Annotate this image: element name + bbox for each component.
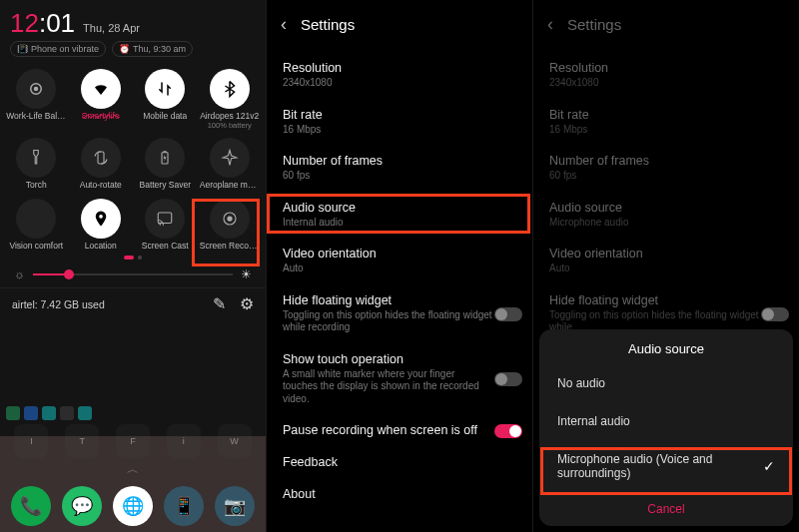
setting-title: Pause recording when screen is off <box>283 423 516 437</box>
settings-title: Settings <box>301 16 355 33</box>
dock-app[interactable]: 🌐 <box>113 486 153 526</box>
notification-tray-icons <box>6 406 92 420</box>
setting-row: Resolution2340x1080 <box>533 53 799 100</box>
setting-title: Hide floating widget <box>283 293 516 307</box>
qs-tile-night[interactable]: Work-Life Balance <box>4 65 69 130</box>
settings-panel: ‹ Settings Resolution2340x1080Bit rate16… <box>266 0 532 532</box>
qs-tile-location[interactable]: Location <box>69 195 134 251</box>
qs-tile-mobiledata[interactable]: Mobile data <box>133 65 198 130</box>
setting-row[interactable]: Bit rate16 Mbps <box>267 100 532 147</box>
dialog-option[interactable]: No audio <box>539 364 793 402</box>
qs-tile-battery[interactable]: Battery Saver <box>133 134 198 190</box>
cast-icon <box>145 199 185 239</box>
qs-tile-airplane[interactable]: Aeroplane mode <box>198 134 263 190</box>
app-drawer-handle[interactable]: ︿ <box>127 461 139 478</box>
dock-app[interactable]: 📷 <box>215 486 255 526</box>
setting-row[interactable]: Number of frames60 fps <box>267 146 532 193</box>
setting-title: Number of frames <box>549 154 783 168</box>
setting-title: Number of frames <box>283 154 516 168</box>
qs-tile-moon[interactable]: Vision comfort <box>4 195 69 251</box>
settings-panel-with-dialog: ‹ Settings Resolution2340x1080Bit rate16… <box>532 0 799 532</box>
dock-app[interactable]: 📞 <box>11 486 51 526</box>
toggle-switch[interactable] <box>494 307 522 321</box>
qs-tile-torch[interactable]: Torch <box>4 134 69 190</box>
brightness-row: ☼ ☀ <box>0 264 266 285</box>
settings-title: Settings <box>567 16 621 33</box>
setting-row[interactable]: Video orientationAuto <box>267 239 532 285</box>
qs-tile-cast[interactable]: Screen Cast <box>133 195 198 251</box>
toggle-switch[interactable] <box>494 424 522 438</box>
status-chip[interactable]: 📳Phone on vibrate <box>10 41 106 57</box>
toggle-switch <box>761 307 789 321</box>
bluetooth-icon <box>210 69 250 109</box>
dialog-option-label: Microphone audio (Voice and surroundings… <box>557 452 757 480</box>
homescreen-app[interactable]: T <box>65 424 99 458</box>
data-usage-row: airtel: 7.42 GB used ✎ ⚙ <box>0 287 266 323</box>
setting-subtitle: Toggling on this option hides the floati… <box>283 309 492 334</box>
setting-row[interactable]: Resolution2340x1080 <box>267 53 532 100</box>
setting-subtitle: 60 fps <box>549 170 759 183</box>
setting-row: Video orientationAuto <box>533 239 799 285</box>
homescreen-app-row: ITFiW <box>0 424 266 458</box>
setting-subtitle: Internal audio <box>283 217 492 230</box>
status-chip[interactable]: ⏰Thu, 9:30 am <box>112 41 193 57</box>
brightness-slider[interactable] <box>33 273 233 275</box>
qs-tile-label: Location <box>85 242 117 251</box>
qs-tile-bluetooth[interactable]: Airdopes 121v2100% battery <box>198 65 263 130</box>
setting-row[interactable]: Feedback <box>267 447 532 479</box>
dock-app[interactable]: 💬 <box>62 486 102 526</box>
dialog-option-label: Internal audio <box>557 414 630 428</box>
autorotate-icon <box>81 138 121 178</box>
toggle-switch[interactable] <box>494 372 522 386</box>
airplane-icon <box>210 138 250 178</box>
status-line: 12:01 Thu, 28 Apr <box>0 0 266 41</box>
setting-subtitle: 16 Mbps <box>283 124 492 137</box>
setting-row[interactable]: Pause recording when screen is off <box>267 415 532 447</box>
setting-title: Feedback <box>283 455 516 469</box>
homescreen-app[interactable]: F <box>116 424 150 458</box>
page-dot <box>138 256 142 260</box>
qs-tile-label: Smartylife <box>82 112 120 121</box>
setting-subtitle: A small white marker where your finger t… <box>283 368 492 406</box>
date-label: Thu, 28 Apr <box>83 22 140 34</box>
brightness-high-icon: ☀ <box>241 267 252 281</box>
quick-settings-panel: 12:01 Thu, 28 Apr 📳Phone on vibrate⏰Thu,… <box>0 0 266 532</box>
dimmed-background: ‹ Settings Resolution2340x1080Bit rate16… <box>533 0 799 344</box>
dialog-option-label: No audio <box>557 376 605 390</box>
setting-title: About <box>283 487 516 501</box>
qs-tile-record[interactable]: Screen Recorder <box>198 195 263 251</box>
setting-title: Bit rate <box>283 108 516 122</box>
setting-title: Resolution <box>549 61 783 75</box>
setting-subtitle: Auto <box>283 263 492 275</box>
svg-point-1 <box>34 87 39 92</box>
clock-mm: :01 <box>39 8 75 38</box>
cancel-button[interactable]: Cancel <box>539 492 793 520</box>
dialog-option[interactable]: Microphone audio (Voice and surroundings… <box>539 440 793 492</box>
setting-title: Video orientation <box>283 247 516 261</box>
qs-tile-autorotate[interactable]: Auto-rotate <box>69 134 134 190</box>
setting-title: Audio source <box>549 201 783 215</box>
edit-icon[interactable]: ✎ <box>213 294 226 313</box>
setting-row[interactable]: About <box>267 479 532 511</box>
setting-row[interactable]: Hide floating widgetToggling on this opt… <box>267 285 532 344</box>
homescreen-app[interactable]: i <box>167 424 201 458</box>
setting-subtitle: Auto <box>549 263 759 275</box>
brightness-thumb[interactable] <box>64 269 74 279</box>
dock-app[interactable]: 📱 <box>164 486 204 526</box>
gear-icon[interactable]: ⚙ <box>240 294 254 313</box>
homescreen-app[interactable]: I <box>14 424 48 458</box>
setting-row: Audio sourceMicrophone audio <box>533 193 799 240</box>
setting-row[interactable]: Show touch operationA small white marker… <box>267 344 532 416</box>
back-icon[interactable]: ‹ <box>281 14 287 35</box>
homescreen-app[interactable]: W <box>218 424 252 458</box>
record-icon <box>210 199 250 239</box>
pager[interactable] <box>0 253 266 264</box>
torch-icon <box>16 138 56 178</box>
setting-row[interactable]: Audio sourceInternal audio <box>267 193 532 240</box>
qs-tile-wifi[interactable]: Smartylife <box>69 65 134 130</box>
setting-subtitle: 60 fps <box>283 170 492 183</box>
setting-title: Audio source <box>283 201 516 215</box>
data-usage-text: airtel: 7.42 GB used <box>12 298 105 310</box>
dialog-option[interactable]: Internal audio <box>539 402 793 440</box>
setting-subtitle: Microphone audio <box>549 217 759 230</box>
